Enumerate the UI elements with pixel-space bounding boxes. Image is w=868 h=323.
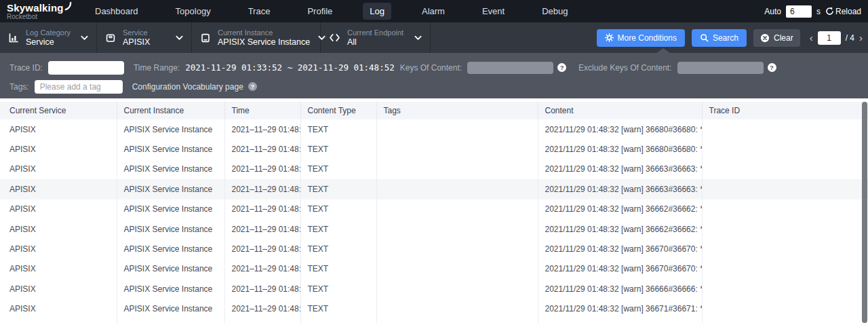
nav-item-alarm[interactable]: Alarm [415, 3, 452, 20]
cell-trace-id [702, 259, 868, 279]
vocabulary-page-link[interactable]: Configuration Vocabulary page [132, 82, 243, 92]
table-row[interactable]: APISIXAPISIX Service Instance2021–11–29 … [0, 159, 868, 179]
cell-empty [117, 319, 224, 323]
help-icon[interactable]: ? [248, 82, 257, 91]
table-row[interactable]: APISIXAPISIX Service Instance2021–11–29 … [0, 139, 868, 159]
cell-instance: APISIX Service Instance [117, 239, 224, 259]
auto-label: Auto [764, 7, 781, 16]
clear-button[interactable]: Clear [753, 29, 800, 47]
cell-trace-id [702, 200, 868, 219]
reload-icon [825, 7, 834, 16]
reload-button[interactable]: Reload [825, 7, 861, 16]
cell-tags [376, 259, 538, 279]
cell-time: 2021–11–29 01:48:52 [224, 119, 300, 139]
more-conditions-panel: Trace ID: Time Range: 2021-11-29 01:33:5… [0, 53, 868, 98]
conditions-row-2: Tags: Configuration Vocabulary page ? [9, 78, 868, 95]
cell-tags [376, 119, 538, 139]
cell-type: TEXT [300, 179, 376, 199]
help-icon[interactable]: ? [557, 63, 566, 72]
reload-label: Reload [835, 7, 861, 16]
column-header-tags: Tags [376, 102, 538, 119]
cell-time: 2021–11–29 01:48:52 [224, 219, 300, 239]
app-logo[interactable]: Skywalking Rocketbot [7, 3, 72, 20]
search-icon [700, 33, 709, 42]
nav-item-profile[interactable]: Profile [300, 3, 339, 20]
table-row-partial [0, 319, 868, 323]
table-row[interactable]: APISIXAPISIX Service Instance2021–11–29 … [0, 279, 868, 299]
auto-interval-input[interactable] [786, 5, 812, 18]
cell-service: APISIX [0, 159, 117, 179]
column-header-trace-id: Trace ID [702, 102, 868, 119]
cell-trace-id [702, 299, 868, 319]
cell-tags [376, 279, 538, 299]
service-box-icon [105, 33, 116, 43]
vertical-scrollbar[interactable] [862, 102, 867, 323]
nav-item-log[interactable]: Log [363, 3, 391, 20]
time-range-label: Time Range: [134, 63, 180, 73]
nav-item-trace[interactable]: Trace [241, 3, 277, 20]
cell-time: 2021–11–29 01:48:52 [224, 259, 300, 279]
close-circle-icon [760, 33, 770, 43]
column-header-content: Content [538, 102, 702, 119]
search-button[interactable]: Search [692, 29, 747, 47]
chevron-down-icon [406, 35, 422, 41]
cell-type: TEXT [300, 200, 376, 219]
top-navbar: Skywalking Rocketbot DashboardTopologyTr… [0, 0, 868, 22]
cell-instance: APISIX Service Instance [117, 279, 224, 299]
table-row[interactable]: APISIXAPISIX Service Instance2021–11–29 … [0, 299, 868, 319]
cell-trace-id [702, 239, 868, 259]
chevron-right-icon[interactable]: › [859, 33, 863, 43]
current-instance-selector[interactable]: Current Instance APISIX Service Instance [192, 22, 321, 53]
cell-content: 2021/11/29 01:48:32 [warn] 36666#36666: … [538, 279, 702, 299]
cell-type: TEXT [300, 259, 376, 279]
table-row[interactable]: APISIXAPISIX Service Instance2021–11–29 … [0, 259, 868, 279]
nav-item-topology[interactable]: Topology [169, 3, 218, 20]
table-row[interactable]: APISIXAPISIX Service Instance2021–11–29 … [0, 239, 868, 259]
trace-id-input[interactable] [48, 61, 124, 75]
cell-tags [376, 179, 538, 199]
more-conditions-label: More Conditions [618, 33, 677, 43]
tags-input[interactable] [35, 80, 123, 94]
cell-trace-id [702, 159, 868, 179]
log-category-selector[interactable]: Log Category Service [0, 22, 97, 53]
chevron-left-icon[interactable]: ‹ [810, 33, 813, 43]
cell-tags [376, 139, 538, 159]
cell-content: 2021/11/29 01:48:32 [warn] 36680#36680: … [538, 119, 702, 139]
log-table-body: APISIXAPISIX Service Instance2021–11–29 … [0, 119, 868, 323]
more-conditions-button[interactable]: More Conditions [597, 29, 685, 47]
cell-time: 2021–11–29 01:48:52 [224, 299, 300, 319]
page-number-input[interactable] [818, 31, 841, 45]
table-row[interactable]: APISIXAPISIX Service Instance2021–11–29 … [0, 219, 868, 239]
table-row[interactable]: APISIXAPISIX Service Instance2021–11–29 … [0, 200, 868, 219]
cell-trace-id [702, 179, 868, 199]
cell-trace-id [702, 139, 868, 159]
cell-service: APISIX [0, 179, 117, 199]
cell-trace-id [702, 119, 868, 139]
service-selector[interactable]: Service APISIX [97, 22, 192, 53]
cell-content: 2021/11/29 01:48:32 [warn] 36671#36671: … [538, 299, 702, 319]
nav-item-debug[interactable]: Debug [535, 3, 574, 20]
cell-service: APISIX [0, 119, 117, 139]
nav-item-dashboard[interactable]: Dashboard [88, 3, 145, 20]
current-endpoint-selector[interactable]: Current Endpoint All [321, 22, 431, 53]
table-row[interactable]: APISIXAPISIX Service Instance2021–11–29 … [0, 179, 868, 199]
cell-content: 2021/11/29 01:48:32 [warn] 36670#36670: … [538, 239, 702, 259]
cell-type: TEXT [300, 119, 376, 139]
keys-of-content-input[interactable] [467, 62, 553, 74]
cell-tags [376, 200, 538, 219]
cell-instance: APISIX Service Instance [117, 299, 224, 319]
bar-chart-icon [8, 33, 19, 43]
page-total-label: / 4 [846, 33, 854, 43]
time-range-value[interactable]: 2021-11-29 01:33:52 ~ 2021-11-29 01:48:5… [185, 62, 395, 73]
exclude-keys-input[interactable] [677, 62, 764, 74]
instance-icon [200, 33, 211, 43]
cell-service: APISIX [0, 139, 117, 159]
help-icon[interactable]: ? [768, 63, 776, 72]
nav-item-event[interactable]: Event [475, 3, 511, 20]
table-row[interactable]: APISIXAPISIX Service Instance2021–11–29 … [0, 119, 868, 139]
logo-title: Skywalking [7, 3, 64, 13]
log-table-header: Current Service Current Instance Time Co… [0, 102, 868, 119]
cell-service: APISIX [0, 200, 117, 219]
cell-service: APISIX [0, 259, 117, 279]
column-header-current-instance: Current Instance [117, 102, 224, 119]
